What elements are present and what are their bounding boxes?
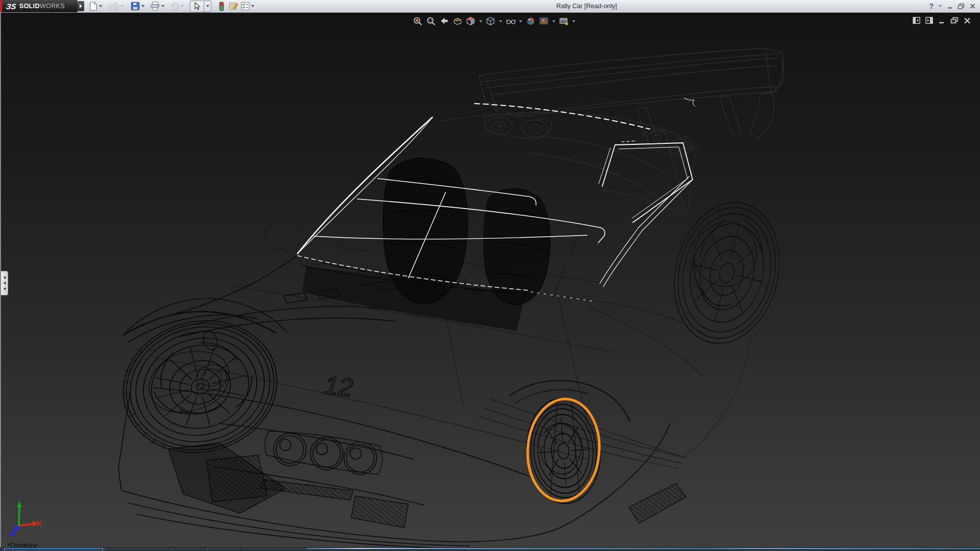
previous-view-icon — [439, 16, 449, 26]
traffic-light-icon — [218, 2, 225, 11]
minimize-document-icon[interactable] — [938, 17, 945, 24]
open-folder-icon — [109, 2, 119, 11]
save-button[interactable] — [130, 1, 140, 11]
view-settings-dropdown[interactable] — [572, 20, 575, 22]
screen-edge-accent — [0, 0, 2, 12]
apply-scene-button[interactable] — [538, 16, 549, 27]
standard-toolbar — [88, 0, 255, 12]
save-floppy-icon — [131, 2, 140, 11]
graphics-viewport[interactable]: 12 — [0, 12, 980, 547]
options-list-button[interactable] — [240, 1, 250, 11]
rear-quarter-group — [673, 179, 782, 457]
edit-appearance-button[interactable] — [525, 16, 536, 27]
select-tool-button[interactable] — [190, 1, 204, 12]
document-title: Rally Car [Read-only] — [556, 0, 617, 12]
apply-scene-icon — [539, 16, 549, 26]
appearance-sphere-icon — [526, 16, 535, 26]
save-dropdown[interactable] — [141, 5, 144, 7]
select-tool-dropdown[interactable] — [204, 1, 211, 12]
taskbar-button[interactable] — [4, 548, 103, 551]
brand-glyph: ЗS — [6, 2, 17, 11]
display-relations-button[interactable] — [216, 1, 227, 11]
new-document-icon — [89, 2, 97, 11]
close-document-icon[interactable] — [964, 17, 971, 24]
rear-right-wheel — [660, 191, 794, 355]
dock-pane-right-icon[interactable] — [925, 17, 933, 24]
open-document-dropdown[interactable] — [120, 5, 124, 7]
new-document-button[interactable] — [88, 1, 98, 11]
dock-pane-left-icon[interactable] — [913, 17, 920, 24]
minimize-icon[interactable] — [947, 3, 953, 9]
model-scene[interactable]: 12 — [0, 12, 980, 547]
headsup-view-toolbar — [412, 16, 576, 27]
view-settings-button[interactable] — [558, 16, 569, 27]
brand-name-light: WORKS — [40, 3, 65, 10]
document-window-controls — [913, 17, 971, 24]
display-style-button[interactable] — [485, 16, 496, 27]
view-orientation-dropdown[interactable] — [479, 20, 482, 22]
view-settings-icon — [559, 16, 569, 26]
zoom-to-fit-button[interactable] — [412, 16, 423, 27]
printer-icon — [150, 2, 160, 11]
undo-dropdown[interactable] — [181, 5, 184, 7]
flyout-arrow-icon — [80, 4, 82, 8]
menu-flyout-button[interactable] — [78, 1, 84, 11]
taskbar-glass-edge — [306, 548, 980, 549]
view-orientation-label: *Dimetric — [7, 541, 38, 547]
solidworks-logo: ЗS SOLIDWORKS — [0, 0, 78, 12]
rear-wing-group — [479, 48, 784, 148]
orientation-triad — [8, 501, 42, 537]
undo-arrow-icon — [170, 2, 180, 11]
view-orientation-icon — [466, 16, 476, 26]
restore-document-icon[interactable] — [950, 17, 959, 24]
restore-icon[interactable] — [958, 3, 965, 10]
taskbar-edge[interactable] — [0, 547, 980, 551]
taskbar-button[interactable] — [105, 548, 169, 551]
brand-name-bold: SOLID — [19, 3, 40, 10]
view-orientation-button[interactable] — [465, 16, 476, 27]
window-controls: ? — [929, 0, 976, 12]
display-style-dropdown[interactable] — [499, 20, 502, 22]
zoom-to-area-icon — [426, 16, 436, 26]
undo-button[interactable] — [169, 1, 180, 11]
collapse-arrow-icon — [4, 287, 6, 290]
note-pencil-icon — [229, 2, 238, 11]
hide-show-items-button[interactable] — [505, 16, 516, 27]
collapsed-panel-tab[interactable] — [1, 271, 8, 295]
checklist-icon — [240, 2, 250, 11]
collapse-arrow-icon — [4, 276, 6, 279]
taskbar-button[interactable] — [171, 548, 205, 551]
new-document-dropdown[interactable] — [99, 5, 102, 7]
eyeglasses-icon — [506, 16, 516, 26]
help-button[interactable]: ? — [929, 2, 934, 10]
print-dropdown[interactable] — [161, 5, 164, 7]
section-view-button[interactable] — [452, 16, 463, 27]
previous-view-button[interactable] — [439, 16, 450, 27]
taskbar-button[interactable] — [207, 548, 241, 551]
display-style-icon — [486, 16, 496, 26]
solidworks-window: ЗS SOLIDWORKS — [0, 0, 980, 551]
open-document-button[interactable] — [109, 1, 119, 11]
close-icon[interactable] — [969, 3, 976, 9]
model-badge-text: 12 — [323, 371, 354, 403]
apply-scene-dropdown[interactable] — [552, 20, 555, 22]
section-view-icon — [453, 16, 462, 26]
front-left-wheel — [109, 305, 291, 468]
help-dropdown[interactable] — [939, 5, 942, 7]
select-cursor-icon — [194, 2, 201, 10]
edit-note-button[interactable] — [228, 1, 238, 11]
car-wireframe-model[interactable]: 12 — [109, 48, 794, 547]
collapse-arrow-icon — [4, 282, 6, 285]
zoom-to-area-button[interactable] — [426, 16, 436, 27]
print-button[interactable] — [150, 1, 160, 11]
hide-show-items-dropdown[interactable] — [519, 20, 522, 22]
zoom-to-fit-icon — [413, 16, 423, 26]
options-list-dropdown[interactable] — [251, 5, 254, 7]
title-bar: ЗS SOLIDWORKS — [0, 0, 980, 13]
